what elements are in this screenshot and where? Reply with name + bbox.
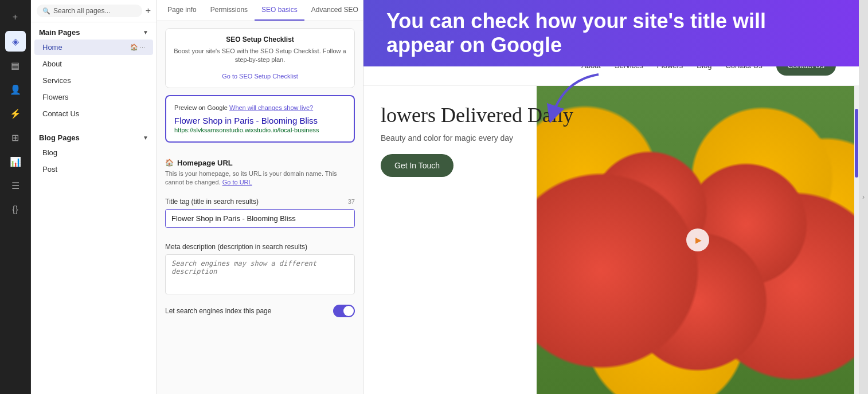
- homepage-url-header: 🏠 Homepage URL: [165, 159, 355, 167]
- meta-desc-label: Meta description (description in search …: [165, 243, 307, 251]
- search-input-placeholder: Search all pages...: [53, 7, 110, 15]
- tab-page-info[interactable]: Page info: [161, 0, 204, 21]
- hero-text-area: lowers Delivered Daily Beauty and color …: [381, 103, 573, 177]
- page-name-post: Post: [42, 165, 145, 174]
- analytics-icon[interactable]: 📊: [5, 151, 26, 172]
- page-item-flowers[interactable]: Flowers: [34, 89, 153, 105]
- main-pages-title: Main Pages: [39, 28, 80, 37]
- checklist-desc: Boost your site's SEO with the SEO Setup…: [174, 47, 346, 65]
- index-toggle[interactable]: [333, 305, 355, 317]
- checklist-button[interactable]: Go to SEO Setup Checklist: [222, 73, 298, 80]
- page-item-about[interactable]: About: [34, 56, 153, 72]
- page-item-home[interactable]: Home 🏠 ···: [34, 40, 153, 55]
- design-icon[interactable]: ◈: [5, 31, 26, 52]
- page-name-services: Services: [42, 76, 145, 85]
- media-icon[interactable]: ⊞: [5, 127, 26, 148]
- left-icon-sidebar: + ◈ ▤ 👤 ⚡ ⊞ 📊 ☰ {}: [0, 0, 31, 394]
- announcement-text: You can check how your site's title will…: [386, 9, 836, 57]
- pages-icon[interactable]: ▤: [5, 55, 26, 76]
- code-icon[interactable]: {}: [5, 199, 26, 220]
- google-preview-url: https://slvksamsonstudio.wixstudio.io/lo…: [174, 127, 346, 133]
- tab-advanced-seo[interactable]: Advanced SEO: [304, 0, 363, 21]
- add-page-button[interactable]: +: [146, 6, 151, 16]
- page-item-contact-us[interactable]: Contact Us: [34, 106, 153, 121]
- hero-section: lowers Delivered Daily Beauty and color …: [363, 86, 859, 394]
- seo-panel: Page info Permissions SEO basics Advance…: [157, 0, 363, 394]
- hero-subtitle: Beauty and color for magic every day: [381, 133, 573, 143]
- search-icon: 🔍: [42, 7, 50, 15]
- title-tag-field-block: Title tag (title in search results) 37: [157, 190, 363, 228]
- members-icon[interactable]: 👤: [5, 79, 26, 100]
- right-edge-handle[interactable]: ›: [859, 0, 868, 394]
- announcement-banner: You can check how your site's title will…: [363, 0, 859, 66]
- meta-desc-label-row: Meta description (description in search …: [165, 243, 355, 251]
- marketing-icon[interactable]: ⚡: [5, 103, 26, 124]
- title-tag-input[interactable]: [165, 209, 355, 228]
- page-item-post[interactable]: Post: [34, 161, 153, 177]
- scrollbar-thumb[interactable]: [855, 109, 858, 178]
- homepage-url-section: 🏠 Homepage URL This is your homepage, so…: [157, 151, 363, 190]
- add-icon[interactable]: +: [5, 7, 26, 27]
- page-home-icons: 🏠 ···: [130, 44, 145, 51]
- title-tag-count: 37: [348, 198, 355, 205]
- page-item-services[interactable]: Services: [34, 73, 153, 88]
- seo-tabs-row: Page info Permissions SEO basics Advance…: [157, 0, 363, 21]
- google-preview-label: Preview on Google When will changes show…: [174, 104, 346, 111]
- go-to-url-link[interactable]: Go to URL: [222, 179, 252, 186]
- play-icon: ▶: [695, 235, 702, 245]
- seo-checklist-box: SEO Setup Checklist Boost your site's SE…: [165, 28, 355, 88]
- page-name-contact-us: Contact Us: [42, 109, 145, 118]
- tab-seo-basics[interactable]: SEO basics: [255, 0, 304, 21]
- blog-pages-section-header: Blog Pages ▼: [31, 128, 157, 144]
- pages-panel: 🔍 Search all pages... + Main Pages ▼ Hom…: [31, 0, 157, 394]
- hero-cta-button[interactable]: Get In Touch: [381, 154, 453, 177]
- page-item-blog[interactable]: Blog: [34, 145, 153, 160]
- pages-panel-header: 🔍 Search all pages... +: [31, 0, 157, 22]
- right-edge-arrow-icon: ›: [862, 193, 865, 201]
- home-url-icon: 🏠: [165, 159, 174, 167]
- blog-pages-title: Blog Pages: [39, 133, 80, 142]
- google-preview-box: Preview on Google When will changes show…: [165, 95, 355, 143]
- index-toggle-row: Let search engines index this page: [157, 297, 363, 325]
- main-pages-arrow: ▼: [143, 29, 148, 36]
- google-preview-title: Flower Shop in Paris - Blooming Bliss: [174, 116, 346, 125]
- vertical-scrollbar[interactable]: [854, 86, 859, 394]
- play-button-overlay[interactable]: ▶: [686, 228, 709, 251]
- page-name-home: Home: [42, 43, 130, 52]
- when-changes-live-link[interactable]: When will changes show live?: [229, 104, 313, 111]
- page-name-flowers: Flowers: [42, 93, 145, 101]
- main-pages-section-header: Main Pages ▼: [31, 22, 157, 39]
- checklist-title: SEO Setup Checklist: [174, 36, 346, 44]
- website-preview: You can check how your site's title will…: [363, 0, 859, 394]
- meta-desc-field-block: Meta description (description in search …: [157, 235, 363, 297]
- blog-pages-arrow: ▼: [143, 135, 148, 141]
- page-name-blog: Blog: [42, 148, 145, 157]
- search-box[interactable]: 🔍 Search all pages...: [37, 5, 142, 17]
- tab-permissions[interactable]: Permissions: [204, 0, 255, 21]
- meta-desc-textarea[interactable]: [165, 254, 355, 294]
- flower-image: ▶: [537, 86, 859, 394]
- title-tag-label: Title tag (title in search results): [165, 198, 259, 206]
- homepage-url-desc: This is your homepage, so its URL is you…: [165, 170, 355, 187]
- title-tag-label-row: Title tag (title in search results) 37: [165, 198, 355, 206]
- hero-title: lowers Delivered Daily: [381, 103, 573, 128]
- page-name-about: About: [42, 60, 145, 68]
- index-toggle-label: Let search engines index this page: [165, 307, 271, 315]
- blog-icon[interactable]: ☰: [5, 175, 26, 196]
- homepage-url-title: Homepage URL: [177, 159, 233, 167]
